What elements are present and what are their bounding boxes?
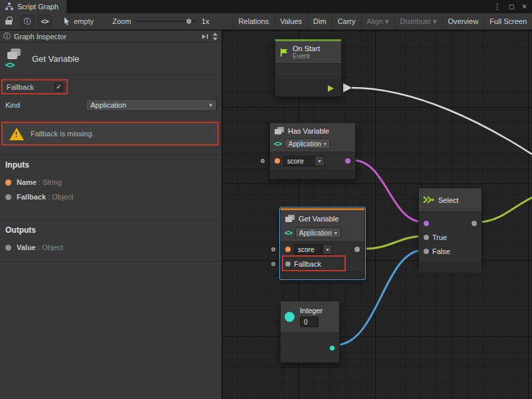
fallback-option-label: Fallback (7, 83, 34, 91)
string-port-icon (5, 180, 11, 186)
unconnected-fallback-port[interactable] (271, 262, 275, 266)
flow-output-port[interactable] (328, 85, 334, 92)
node-get-variable[interactable]: Get Variable <> Application ▾ score ▾ (280, 207, 365, 279)
node-title: Integer (300, 307, 323, 315)
values-button[interactable]: Values (274, 13, 307, 30)
unconnected-input-port[interactable] (271, 247, 275, 251)
warning-text: Fallback is missing. (31, 130, 94, 138)
output-row-value: Value : Object (5, 240, 216, 255)
expand-collapse-icon[interactable] (212, 33, 218, 41)
variable-name-dropdown[interactable]: ▾ (315, 156, 325, 166)
dock-icon[interactable] (201, 33, 209, 40)
outputs-title: Outputs (5, 225, 216, 235)
fallback-port[interactable] (285, 261, 291, 267)
integer-icon (285, 312, 295, 322)
selection-label: empty (74, 17, 94, 25)
node-on-start[interactable]: On Start Event (275, 39, 342, 97)
inspected-unit-header: <> Get Variable (0, 43, 221, 76)
distribute-button: Distribute▾ (394, 13, 442, 30)
fallback-checkbox[interactable]: ✓ (55, 82, 63, 91)
graph-canvas[interactable]: On Start Event Has Variable <> (222, 31, 532, 399)
object-port-icon (5, 245, 11, 251)
get-variable-icon: <> (5, 49, 24, 70)
lock-icon[interactable] (5, 20, 12, 25)
zoom-value: 1x (201, 17, 209, 25)
dim-button[interactable]: Dim (307, 13, 332, 30)
variable-kind-dropdown[interactable]: Application ▾ (295, 227, 341, 238)
code-icon: <> (274, 140, 281, 148)
tab-script-graph[interactable]: Script Graph (0, 0, 66, 13)
maximize-icon[interactable]: □ (509, 2, 514, 11)
false-port-label: False (432, 247, 450, 255)
true-port-label: True (432, 233, 447, 241)
graph-inspector-header: ⓘ Graph Inspector (0, 31, 221, 43)
string-port[interactable] (285, 247, 291, 252)
code-view-button[interactable]: <> (37, 15, 52, 28)
script-graph-icon (5, 3, 13, 11)
close-icon[interactable]: × (522, 2, 527, 11)
chevron-down-icon: ▾ (209, 102, 212, 108)
bool-output-port[interactable] (345, 158, 350, 164)
carry-button[interactable]: Carry (332, 13, 361, 30)
integer-value-field[interactable]: 0 (300, 317, 319, 327)
info-icon: ⓘ (24, 17, 31, 27)
input-row-name: Name : String (5, 175, 216, 190)
warning-icon (9, 128, 24, 140)
zoom-slider-handle[interactable] (186, 18, 192, 25)
chevron-down-icon: ▾ (326, 247, 329, 253)
variable-name-dropdown[interactable]: ▾ (323, 244, 332, 255)
zoom-label: Zoom (112, 17, 131, 25)
variables-icon (274, 127, 285, 136)
chevron-down-icon: ▾ (318, 158, 321, 164)
kind-value: Application (90, 101, 126, 109)
inspector-toggle-button[interactable]: ⓘ (20, 15, 35, 28)
condition-port[interactable] (424, 221, 429, 226)
graph-inspector-title: Graph Inspector (14, 33, 66, 41)
value-output-port[interactable] (354, 247, 360, 252)
true-port[interactable] (424, 235, 429, 240)
titlebar: Script Graph ⋮ □ × (0, 0, 532, 13)
chevron-down-icon: ▾ (334, 230, 337, 236)
variable-name-field[interactable]: score (294, 244, 323, 255)
cursor-icon (64, 17, 70, 25)
kind-dropdown[interactable]: Application ▾ (86, 99, 217, 111)
fallback-option-row: Fallback ✓ (1, 79, 68, 94)
chevron-down-icon: ▾ (385, 17, 389, 26)
graph-inspector-panel: ⓘ Graph Inspector <> Get Variable Fallba… (0, 31, 222, 399)
node-subtitle: Event (293, 53, 320, 60)
align-button: Align▾ (361, 13, 394, 30)
wire-start-arrow-icon (343, 83, 352, 92)
flag-icon (279, 48, 289, 57)
node-select[interactable]: Select True False (418, 188, 482, 266)
node-title: On Start (293, 45, 320, 53)
node-integer[interactable]: Integer 0 (280, 301, 340, 363)
control-wire[interactable] (352, 88, 532, 154)
int-output-port[interactable] (330, 346, 334, 350)
code-icon: <> (41, 17, 49, 25)
overview-button[interactable]: Overview (442, 13, 484, 30)
value-wire-true[interactable] (366, 236, 424, 249)
check-icon: ✓ (56, 83, 61, 90)
warning-box: Fallback is missing. (1, 122, 219, 146)
node-has-variable[interactable]: Has Variable <> Application ▾ score ▾ (269, 122, 356, 180)
relations-button[interactable]: Relations (232, 13, 274, 30)
selection-output-port[interactable] (471, 221, 477, 226)
full-screen-button[interactable]: Full Screen (483, 13, 532, 30)
variables-icon (285, 215, 295, 223)
select-icon (423, 196, 434, 204)
kind-label: Kind (5, 101, 20, 109)
more-menu-icon[interactable]: ⋮ (493, 2, 501, 11)
chevron-down-icon: ▾ (433, 17, 437, 26)
select-output-wire[interactable] (478, 198, 532, 222)
node-title: Get Variable (299, 215, 338, 223)
variable-name-field[interactable]: score (283, 156, 315, 166)
fallback-port-label: Fallback (294, 260, 321, 268)
tab-title: Script Graph (17, 3, 59, 11)
zoom-slider[interactable] (136, 21, 196, 22)
script-graph-window: Script Graph ⋮ □ × ⓘ <> empty Zoom 1x (0, 0, 532, 399)
false-port[interactable] (424, 249, 429, 254)
unconnected-input-port[interactable] (261, 159, 265, 163)
outputs-section: Outputs Value : Object (0, 219, 221, 262)
string-port[interactable] (275, 158, 280, 164)
variable-kind-dropdown[interactable]: Application ▾ (285, 138, 331, 149)
